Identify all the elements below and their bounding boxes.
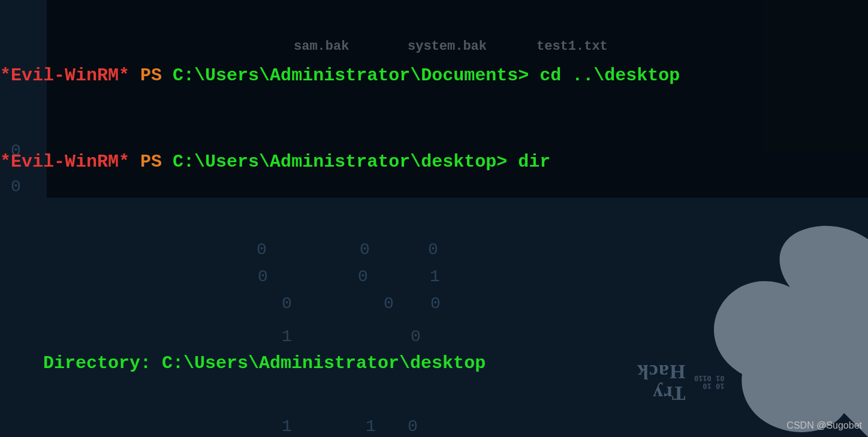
- path-documents: C:\Users\Administrator\Documents>: [173, 65, 529, 86]
- evil-winrm-prefix: *Evil-WinRM*: [0, 65, 129, 86]
- dir-header: Directory: C:\Users\Administrator\deskto…: [0, 349, 868, 378]
- prompt-line-1: *Evil-WinRM* PS C:\Users\Administrator\D…: [0, 61, 868, 90]
- ps-label: PS: [140, 152, 162, 172]
- evil-winrm-prefix: *Evil-WinRM*: [0, 152, 129, 172]
- prompt-line-2: *Evil-WinRM* PS C:\Users\Administrator\d…: [0, 147, 868, 176]
- command-cd: cd ..\desktop: [540, 65, 680, 86]
- ps-label: PS: [140, 65, 162, 86]
- terminal-output[interactable]: *Evil-WinRM* PS C:\Users\Administrator\D…: [0, 0, 868, 437]
- watermark: CSDN @Sugobet: [786, 418, 862, 433]
- path-desktop: C:\Users\Administrator\desktop>: [173, 152, 507, 172]
- command-dir: dir: [518, 152, 550, 172]
